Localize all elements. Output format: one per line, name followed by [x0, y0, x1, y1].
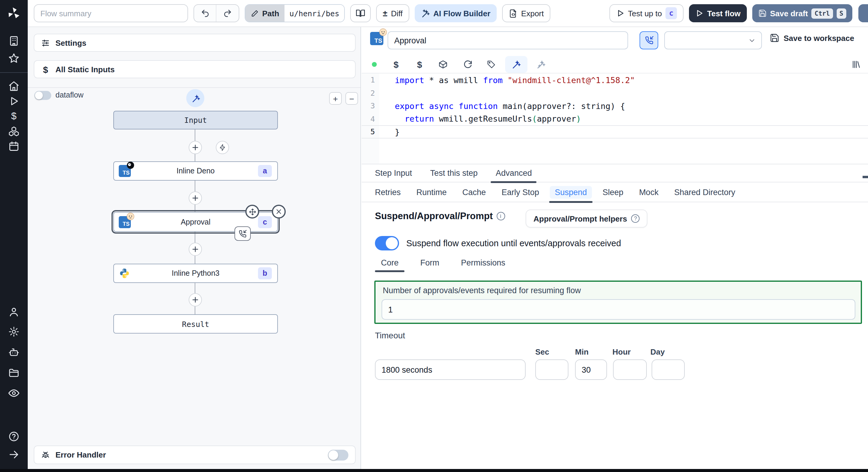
tab-advanced[interactable]: Advanced — [496, 164, 532, 182]
diff-button[interactable]: ± Diff — [376, 4, 409, 22]
info-icon[interactable]: i — [496, 212, 505, 221]
all-static-inputs-button[interactable]: $ All Static Inputs — [34, 60, 355, 78]
timeout-hour-input[interactable] — [613, 360, 647, 380]
min-label: Min — [575, 347, 589, 357]
step-id-badge: c — [665, 7, 677, 19]
undo-redo-group — [193, 4, 239, 22]
chevron-down-icon — [748, 36, 756, 44]
undo-button[interactable] — [194, 5, 216, 22]
redo-button[interactable] — [216, 5, 239, 22]
approval-prompt-helpers-button[interactable]: Approval/Prompt helpers ? — [526, 209, 648, 228]
bug-icon — [41, 450, 50, 459]
timeout-min-input[interactable] — [575, 360, 607, 380]
deploy-button-partial[interactable] — [858, 4, 868, 22]
path-control[interactable]: Path u/henri/bes — [245, 4, 345, 22]
variables-dollar-icon[interactable]: $ — [417, 59, 422, 69]
resources-cubes-icon[interactable] — [8, 126, 20, 137]
error-handler-row[interactable]: Error Handler — [34, 445, 355, 464]
home-icon[interactable] — [8, 80, 20, 92]
ai-flow-builder-button[interactable]: AI Flow Builder — [415, 4, 496, 22]
tab-permissions[interactable]: Permissions — [458, 258, 509, 272]
export-button[interactable]: Export — [502, 4, 550, 22]
subtab-sleep[interactable]: Sleep — [602, 182, 623, 202]
redo-icon — [223, 9, 232, 18]
settings-gear-icon[interactable] — [8, 326, 20, 337]
magic-wand-icon — [191, 94, 200, 103]
test-up-to-button[interactable]: Test up to c — [610, 4, 684, 22]
variables-dollar-icon[interactable]: $ — [11, 111, 17, 122]
tab-form[interactable]: Form — [417, 258, 443, 272]
graph-node-result[interactable]: Result — [113, 314, 278, 334]
ai-step-wand-button[interactable] — [186, 89, 204, 107]
suspend-phone-badge[interactable] — [235, 226, 251, 241]
schedules-calendar-icon[interactable] — [8, 141, 20, 152]
workspace-icon[interactable] — [8, 35, 20, 47]
generate-tests-wand-icon[interactable] — [536, 59, 546, 69]
insert-step-button[interactable] — [189, 243, 202, 256]
users-icon[interactable] — [8, 306, 20, 317]
plus-minus-icon: ± — [383, 8, 387, 18]
tab-core[interactable]: Core — [377, 258, 402, 272]
approvals-required-input[interactable] — [381, 299, 855, 320]
timeout-day-input[interactable] — [652, 360, 685, 380]
package-icon[interactable] — [438, 59, 448, 69]
reload-icon[interactable] — [463, 59, 472, 69]
tab-test-this-step[interactable]: Test this step — [430, 164, 478, 182]
zoom-out-button[interactable]: − — [345, 92, 358, 105]
insert-trigger-button[interactable] — [216, 141, 229, 154]
subtab-early-stop[interactable]: Early Stop — [501, 182, 539, 202]
code-editor[interactable]: 1 import * as wmill from "windmill-clien… — [362, 73, 868, 164]
windmill-logo-icon[interactable] — [7, 7, 21, 20]
docs-button[interactable] — [350, 4, 371, 22]
app-sidebar: $ — [0, 0, 28, 472]
expand-arrow-icon[interactable] — [8, 449, 20, 460]
subtab-suspend[interactable]: Suspend — [555, 182, 587, 202]
timeout-seconds-input[interactable] — [375, 360, 526, 380]
kind-select[interactable] — [664, 31, 762, 49]
undo-icon — [200, 9, 210, 18]
typescript-approval-icon: TS — [370, 32, 383, 45]
assets-dollar-icon[interactable]: $ — [394, 59, 399, 69]
suspend-mini-tabs: Core Form Permissions — [377, 258, 509, 272]
tag-icon[interactable] — [487, 60, 496, 69]
hour-label: Hour — [613, 347, 631, 357]
help-icon[interactable] — [8, 431, 20, 442]
graph-node-step-b[interactable]: Inline Python3 b — [113, 264, 278, 283]
subtab-mock[interactable]: Mock — [639, 182, 658, 202]
save-draft-button[interactable]: Save draft Ctrl S — [752, 4, 852, 22]
insert-step-button[interactable] — [189, 293, 202, 306]
graph-node-step-a[interactable]: TS Inline Deno a — [113, 161, 278, 180]
delete-node-button[interactable] — [272, 205, 286, 218]
ai-assist-wand-icon[interactable] — [511, 59, 521, 69]
audit-eye-icon[interactable] — [8, 387, 20, 399]
favorites-star-icon[interactable] — [8, 53, 20, 64]
graph-node-input[interactable]: Input — [113, 111, 278, 129]
move-node-button[interactable] — [245, 205, 259, 218]
top-toolbar: Path u/henri/bes ± Diff AI Flow Builder … — [28, 0, 868, 27]
subtab-retries[interactable]: Retries — [375, 182, 401, 202]
save-to-workspace-button[interactable]: Save to workspace — [770, 33, 854, 43]
library-icon[interactable] — [851, 59, 861, 69]
subtab-cache[interactable]: Cache — [462, 182, 486, 202]
approvals-required-group: Number of approvals/events required for … — [374, 280, 862, 324]
timeout-sec-input[interactable] — [535, 360, 568, 380]
zoom-in-button[interactable]: + — [329, 92, 342, 105]
suspend-indicator-button[interactable] — [640, 31, 658, 49]
tab-step-input[interactable]: Step Input — [375, 164, 412, 182]
error-handler-toggle[interactable] — [328, 449, 348, 460]
test-flow-button[interactable]: Test flow — [689, 4, 747, 22]
suspend-toggle-on[interactable] — [375, 236, 399, 250]
step-tabs: Step Input Test this step Advanced — [362, 164, 868, 182]
flow-summary-input[interactable] — [34, 4, 188, 22]
step-name-input[interactable] — [388, 31, 628, 49]
folders-icon[interactable] — [8, 367, 20, 378]
insert-step-button[interactable] — [189, 141, 202, 154]
workers-robot-icon[interactable] — [8, 346, 20, 358]
subtab-shared-directory[interactable]: Shared Directory — [674, 182, 735, 202]
path-value: u/henri/bes — [284, 5, 344, 22]
flow-settings-button[interactable]: Settings — [34, 34, 355, 52]
subtab-runtime[interactable]: Runtime — [416, 182, 447, 202]
insert-step-button[interactable] — [189, 192, 202, 205]
runs-play-icon[interactable] — [8, 96, 19, 107]
dataflow-toggle[interactable] — [34, 91, 51, 100]
